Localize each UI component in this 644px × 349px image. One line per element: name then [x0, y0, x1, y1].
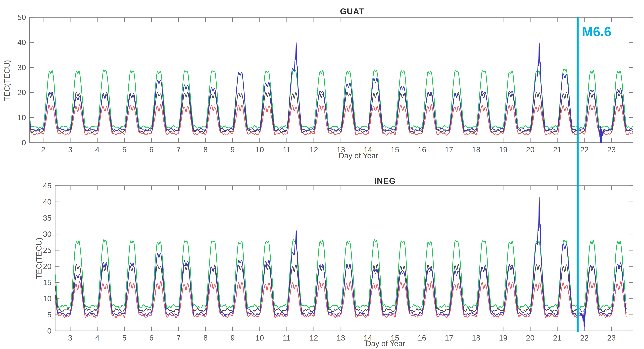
x-tick-label: 3 [68, 333, 72, 342]
y-tick-label: 40 [43, 198, 52, 206]
x-tick-label: 13 [336, 333, 345, 342]
y-tick-label: 10 [43, 294, 52, 303]
x-tick-label: 4 [95, 333, 100, 342]
y-tick-label: 40 [18, 38, 26, 47]
y-tick-label: 30 [43, 230, 52, 238]
x-tick-label: 12 [310, 145, 318, 154]
guat-panel: 2345678910111213141516171819202122230102… [3, 7, 633, 160]
y-tick-label: 20 [18, 88, 26, 97]
ineg-series [55, 197, 626, 326]
ineg-tick-labels: 3456789101112131415161718192021222305101… [43, 181, 616, 342]
guat-title: GUAT [340, 7, 364, 16]
y-tick-label: 10 [18, 113, 26, 122]
y-tick-label: 0 [22, 138, 26, 147]
x-tick-label: 19 [499, 145, 508, 154]
x-tick-label: 5 [122, 333, 126, 342]
x-tick-label: 11 [283, 145, 291, 154]
x-tick-label: 22 [580, 145, 588, 154]
x-tick-label: 5 [122, 145, 126, 154]
figure-canvas: 2345678910111213141516171819202122230102… [0, 0, 644, 349]
earthquake-magnitude-label: M6.6 [582, 24, 612, 39]
guat-yaxis-label: TEC(TECU) [3, 60, 11, 101]
x-tick-label: 9 [230, 333, 235, 342]
x-tick-label: 20 [526, 333, 534, 342]
x-tick-label: 19 [499, 333, 508, 342]
y-tick-label: 20 [43, 262, 52, 271]
x-tick-label: 17 [445, 145, 453, 154]
x-tick-label: 2 [41, 145, 45, 154]
x-tick-label: 8 [204, 145, 208, 154]
x-tick-label: 12 [310, 333, 318, 342]
x-tick-label: 11 [283, 333, 291, 342]
x-tick-label: 22 [580, 333, 588, 342]
y-tick-label: 15 [43, 278, 52, 287]
x-tick-label: 18 [472, 333, 480, 342]
guat-axes [30, 17, 633, 143]
guat-tick-labels: 2345678910111213141516171819202122230102… [18, 13, 616, 154]
x-tick-label: 21 [553, 145, 562, 154]
x-tick-label: 15 [391, 145, 399, 154]
x-tick-label: 23 [607, 333, 616, 342]
ineg-title: INEG [374, 176, 396, 186]
x-tick-label: 4 [95, 145, 100, 154]
x-tick-label: 10 [256, 333, 264, 342]
y-tick-label: 35 [43, 214, 52, 222]
guat-xaxis-label: Day of Year [339, 151, 378, 160]
y-tick-label: 25 [43, 246, 52, 255]
ineg-yaxis-label: TEC(TECU) [34, 238, 43, 279]
x-tick-label: 23 [607, 145, 616, 154]
y-tick-label: 30 [18, 63, 26, 72]
guat-series [30, 43, 632, 144]
x-tick-label: 10 [256, 145, 264, 154]
ineg-panel: 3456789101112131415161718192021222305101… [34, 176, 633, 348]
y-tick-label: 5 [47, 310, 52, 319]
y-tick-label: 50 [18, 13, 26, 22]
x-tick-label: 7 [176, 333, 181, 342]
tec-two-panel-figure: 2345678910111213141516171819202122230102… [0, 0, 644, 349]
x-tick-label: 21 [553, 333, 562, 342]
x-tick-label: 17 [445, 333, 453, 342]
x-tick-label: 8 [204, 333, 208, 342]
x-tick-label: 7 [176, 145, 181, 154]
x-tick-label: 9 [230, 145, 235, 154]
x-tick-label: 20 [526, 145, 534, 154]
x-tick-label: 3 [68, 145, 72, 154]
y-tick-label: 0 [47, 326, 52, 335]
x-tick-label: 16 [418, 333, 426, 342]
ineg-axes [55, 186, 633, 331]
ineg-xaxis-label: Day of Year [366, 339, 405, 348]
y-tick-label: 45 [43, 181, 52, 190]
x-tick-label: 6 [149, 333, 154, 342]
x-tick-label: 16 [418, 145, 426, 154]
x-tick-label: 18 [472, 145, 480, 154]
x-tick-label: 6 [149, 145, 154, 154]
series-blue-observed-tec-line [30, 43, 632, 144]
